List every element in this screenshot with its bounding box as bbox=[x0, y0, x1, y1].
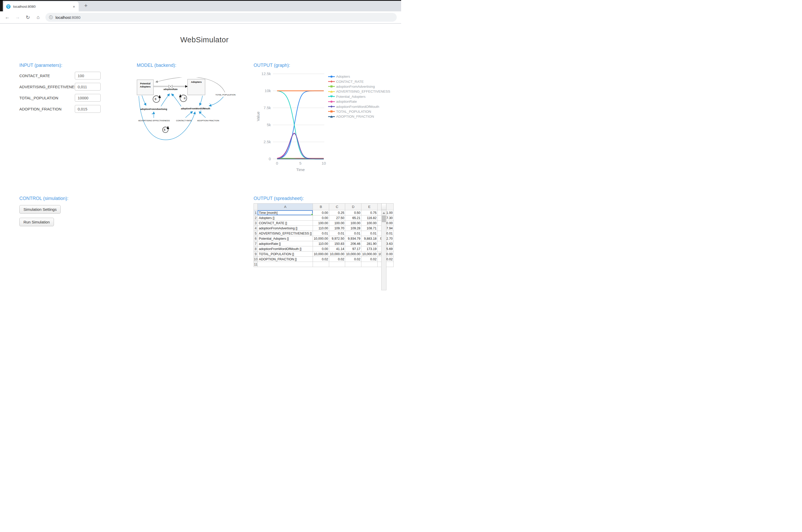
cell-A5[interactable]: ADVERTISING_EFFECTIVENESS [] bbox=[258, 231, 313, 236]
cell-B10[interactable]: 0.02 bbox=[313, 257, 329, 262]
cell-E4[interactable]: 108.71 bbox=[361, 226, 377, 231]
legend-item-adoptionFromAdvertising[interactable]: adoptionFromAdvertising bbox=[328, 84, 390, 89]
cell-D5[interactable]: 0.01 bbox=[345, 231, 361, 236]
cell-A10[interactable]: ADOPTION_FRACTION [] bbox=[258, 257, 313, 262]
scrollbar-thumb[interactable] bbox=[382, 215, 386, 222]
legend-item-Adopters[interactable]: Adopters bbox=[328, 74, 390, 79]
input-ADOPTION_FRACTION[interactable] bbox=[75, 105, 101, 113]
column-header-A[interactable]: A bbox=[258, 204, 313, 210]
cell-C2[interactable]: 27.50 bbox=[329, 215, 345, 221]
column-header-C[interactable]: C bbox=[329, 204, 345, 210]
cell-A4[interactable]: adoptionFromAdvertising [] bbox=[258, 226, 313, 231]
cell-C4[interactable]: 109.70 bbox=[329, 226, 345, 231]
cell-E3[interactable]: 100.00 bbox=[361, 221, 377, 226]
cell-C7[interactable]: 150.83 bbox=[329, 241, 345, 246]
input-TOTAL_POPULATION[interactable] bbox=[75, 94, 101, 102]
row-header-10[interactable]: 10 bbox=[254, 257, 258, 262]
cell-B7[interactable]: 110.00 bbox=[313, 241, 329, 246]
cell-D6[interactable]: 9,934.79 bbox=[345, 236, 361, 241]
cell-A6[interactable]: Potential_Adopters [] bbox=[258, 236, 313, 241]
forward-icon[interactable]: → bbox=[12, 15, 23, 20]
row-header-5[interactable]: 5 bbox=[254, 231, 258, 236]
cell-E2[interactable]: 116.82 bbox=[361, 215, 377, 221]
row-header-7[interactable]: 7 bbox=[254, 241, 258, 246]
cell-B8[interactable]: 0.00 bbox=[313, 246, 329, 251]
fill-handle[interactable] bbox=[311, 214, 313, 215]
row-header-1[interactable]: 1 bbox=[254, 210, 258, 215]
cell-C11[interactable] bbox=[329, 262, 345, 266]
cell-A1[interactable]: Time [month] bbox=[258, 210, 313, 215]
row-header-9[interactable]: 9 bbox=[254, 251, 258, 257]
cell-A11[interactable] bbox=[258, 262, 313, 266]
cell-A3[interactable]: CONTACT_RATE [] bbox=[258, 221, 313, 226]
url-bar[interactable]: ⓘ localhost:8080 bbox=[45, 13, 397, 22]
cell-E10[interactable]: 0.02 bbox=[361, 257, 377, 262]
input-ADVERTISING_EFFECTIVENESS[interactable] bbox=[75, 83, 101, 91]
corner-cell[interactable] bbox=[254, 204, 258, 210]
legend-item-CONTACT_RATE[interactable]: CONTACT_RATE bbox=[328, 79, 390, 84]
column-header-B[interactable]: B bbox=[313, 204, 329, 210]
row-header-6[interactable]: 6 bbox=[254, 236, 258, 241]
cell-B2[interactable]: 0.00 bbox=[313, 215, 329, 221]
cell-E5[interactable]: 0.01 bbox=[361, 231, 377, 236]
cell-A8[interactable]: adoptionFromWordOfMouth [] bbox=[258, 246, 313, 251]
cell-C10[interactable]: 0.02 bbox=[329, 257, 345, 262]
cell-C9[interactable]: 10,000.00 bbox=[329, 251, 345, 257]
cell-D11[interactable] bbox=[345, 262, 361, 266]
cell-C3[interactable]: 100.00 bbox=[329, 221, 345, 226]
cell-D9[interactable]: 10,000.00 bbox=[345, 251, 361, 257]
reload-icon[interactable]: ↻ bbox=[23, 15, 33, 20]
legend-item-ADVERTISING_EFFECTIVENESS[interactable]: ADVERTISING_EFFECTIVENESS bbox=[328, 89, 390, 94]
row-header-11[interactable]: 11 bbox=[254, 262, 258, 266]
cell-D2[interactable]: 65.21 bbox=[345, 215, 361, 221]
browser-tab[interactable]: localhost:8080 × bbox=[4, 2, 79, 11]
cell-C1[interactable]: 0.25 bbox=[329, 210, 345, 215]
cell-E9[interactable]: 10,000.00 bbox=[361, 251, 377, 257]
scroll-up-icon[interactable] bbox=[383, 212, 385, 214]
cell-A7[interactable]: adoptionRate [] bbox=[258, 241, 313, 246]
cell-C8[interactable]: 41.14 bbox=[329, 246, 345, 251]
new-tab-button[interactable]: + bbox=[82, 2, 90, 10]
legend-item-adoptionFromWordOfMouth[interactable]: adoptionFromWordOfMouth bbox=[328, 104, 390, 109]
simulation-settings-button[interactable]: Simulation Settings bbox=[19, 205, 61, 214]
cell-D10[interactable]: 0.02 bbox=[345, 257, 361, 262]
cell-E11[interactable] bbox=[361, 262, 377, 266]
back-icon[interactable]: ← bbox=[2, 15, 12, 20]
run-simulation-button[interactable]: Run Simulation bbox=[19, 218, 54, 226]
cell-D3[interactable]: 100.00 bbox=[345, 221, 361, 226]
cell-E7[interactable]: 281.90 bbox=[361, 241, 377, 246]
site-info-icon[interactable]: ⓘ bbox=[49, 15, 53, 20]
cell-D1[interactable]: 0.50 bbox=[345, 210, 361, 215]
cell-B9[interactable]: 10,000.00 bbox=[313, 251, 329, 257]
cell-C5[interactable]: 0.01 bbox=[329, 231, 345, 236]
legend-item-adoptionRate[interactable]: adoptionRate bbox=[328, 99, 390, 104]
cell-B6[interactable]: 10,000.00 bbox=[313, 236, 329, 241]
cell-A9[interactable]: TOTAL_POPULATION [] bbox=[258, 251, 313, 257]
input-CONTACT_RATE[interactable] bbox=[75, 72, 101, 79]
home-icon[interactable]: ⌂ bbox=[33, 15, 43, 20]
tab-close-icon[interactable]: × bbox=[72, 4, 76, 9]
legend-item-Potential_Adopters[interactable]: Potential_Adopters bbox=[328, 94, 390, 99]
cell-B11[interactable] bbox=[313, 262, 329, 266]
cell-E6[interactable]: 9,883.18 bbox=[361, 236, 377, 241]
cell-D8[interactable]: 97.17 bbox=[345, 246, 361, 251]
column-header-E[interactable]: E bbox=[361, 204, 377, 210]
cell-B3[interactable]: 100.00 bbox=[313, 221, 329, 226]
cell-E8[interactable]: 173.19 bbox=[361, 246, 377, 251]
spreadsheet-scrollbar[interactable] bbox=[381, 203, 386, 266]
column-header-D[interactable]: D bbox=[345, 204, 361, 210]
cell-B5[interactable]: 0.01 bbox=[313, 231, 329, 236]
cell-D4[interactable]: 109.28 bbox=[345, 226, 361, 231]
cell-D7[interactable]: 206.46 bbox=[345, 241, 361, 246]
cell-C6[interactable]: 9,972.50 bbox=[329, 236, 345, 241]
legend-item-TOTAL_POPULATION[interactable]: TOTAL_POPULATION bbox=[328, 109, 390, 114]
cell-B4[interactable]: 110.00 bbox=[313, 226, 329, 231]
legend-item-ADOPTION_FRACTION[interactable]: ADOPTION_FRACTION bbox=[328, 114, 390, 119]
row-header-4[interactable]: 4 bbox=[254, 226, 258, 231]
row-header-2[interactable]: 2 bbox=[254, 215, 258, 221]
cell-B1[interactable]: 0.00 bbox=[313, 210, 329, 215]
row-header-8[interactable]: 8 bbox=[254, 246, 258, 251]
row-header-3[interactable]: 3 bbox=[254, 221, 258, 226]
cell-A2[interactable]: Adopters [] bbox=[258, 215, 313, 221]
cell-E1[interactable]: 0.75 bbox=[361, 210, 377, 215]
